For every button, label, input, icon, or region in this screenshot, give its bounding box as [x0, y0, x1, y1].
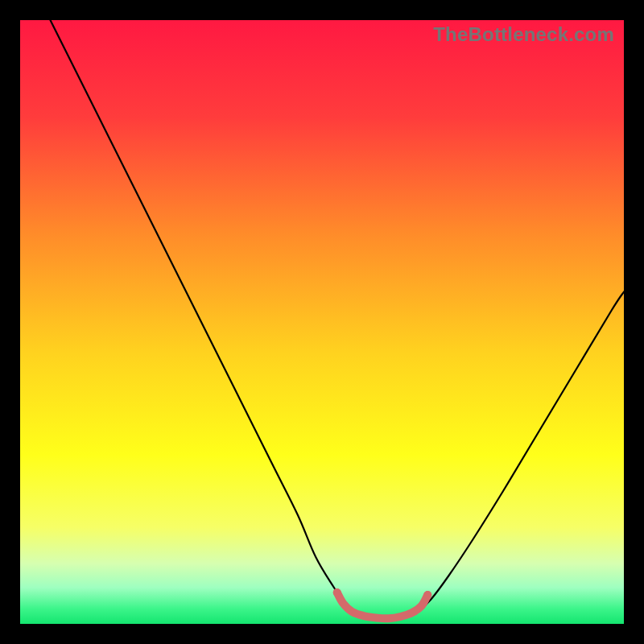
bottleneck-chart	[20, 20, 624, 624]
series-optimal-band-endpoint	[333, 588, 341, 597]
series-optimal-band-endpoint	[423, 591, 431, 599]
gradient-background	[20, 20, 624, 624]
watermark-text: TheBottleneck.com	[433, 23, 614, 46]
chart-frame: TheBottleneck.com	[20, 20, 624, 624]
